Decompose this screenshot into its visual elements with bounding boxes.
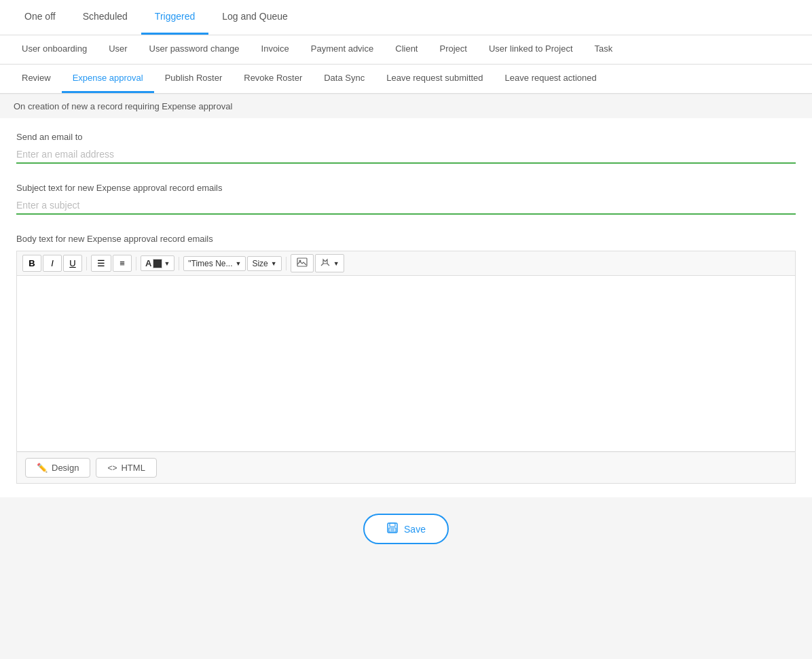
- design-mode-button[interactable]: ✏️ Design: [25, 458, 90, 478]
- font-color-button[interactable]: A ▼: [141, 255, 174, 271]
- editor-footer: ✏️ Design <> HTML: [16, 452, 796, 484]
- svg-rect-4: [389, 528, 396, 532]
- tab-log-and-queue[interactable]: Log and Queue: [208, 0, 301, 35]
- html-mode-button[interactable]: <> HTML: [96, 458, 156, 478]
- tab-one-off[interactable]: One off: [11, 0, 69, 35]
- save-label: Save: [404, 524, 426, 535]
- save-icon: [386, 522, 399, 536]
- unordered-list-button[interactable]: ≡: [113, 255, 132, 272]
- subtab-invoice[interactable]: Invoice: [251, 35, 300, 64]
- email-label: Send an email to: [16, 132, 796, 142]
- font-name-dropdown[interactable]: "Times Ne... ▼: [183, 256, 246, 271]
- color-chevron-icon: ▼: [164, 260, 170, 267]
- subtab-user-password-change[interactable]: User password change: [139, 35, 251, 64]
- merge-dropdown[interactable]: ▼: [315, 254, 344, 272]
- font-size-dropdown[interactable]: Size ▼: [247, 256, 281, 271]
- subtab-payment-advice[interactable]: Payment advice: [300, 35, 385, 64]
- separator-1: [86, 257, 87, 270]
- subtab-user[interactable]: User: [98, 35, 138, 64]
- font-size-label: Size: [252, 259, 267, 268]
- font-name-chevron-icon: ▼: [235, 260, 241, 267]
- email-field-group: Send an email to: [16, 132, 796, 164]
- svg-rect-0: [297, 258, 307, 266]
- separator-4: [286, 257, 287, 270]
- page-footer: Save: [0, 497, 812, 560]
- editor-toolbar: B I U ☰ ≡ A ▼ "Times Ne... ▼ Size: [16, 251, 796, 275]
- subtab-task[interactable]: Task: [584, 35, 624, 64]
- body-editor-section: Body text for new Expense approval recor…: [16, 234, 796, 484]
- subject-input[interactable]: [16, 197, 796, 215]
- separator-3: [179, 257, 179, 270]
- subtab-user-linked-to-project[interactable]: User linked to Project: [478, 35, 584, 64]
- underline-button[interactable]: U: [63, 255, 82, 272]
- html-icon: <>: [107, 463, 117, 473]
- body-label: Body text for new Expense approval recor…: [16, 234, 796, 244]
- subtab-user-onboarding[interactable]: User onboarding: [11, 35, 98, 64]
- subtab-expense-approval[interactable]: Expense approval: [62, 65, 154, 93]
- subtab-revoke-roster[interactable]: Revoke Roster: [233, 65, 313, 93]
- tab-scheduled[interactable]: Scheduled: [69, 0, 141, 35]
- subtab-data-sync[interactable]: Data Sync: [313, 65, 375, 93]
- top-tab-bar: One off Scheduled Triggered Log and Queu…: [0, 0, 812, 35]
- description-text: On creation of new a record requiring Ex…: [14, 101, 232, 111]
- merge-icon: [320, 257, 331, 270]
- sub-tab-bar-row2: Review Expense approval Publish Roster R…: [0, 65, 812, 94]
- subtab-leave-request-submitted[interactable]: Leave request submitted: [375, 65, 494, 93]
- ordered-list-icon: ☰: [97, 258, 105, 268]
- merge-chevron-icon: ▼: [333, 260, 339, 267]
- color-swatch: [153, 259, 162, 268]
- subtab-review[interactable]: Review: [11, 65, 62, 93]
- main-content: Send an email to Subject text for new Ex…: [0, 118, 812, 497]
- font-name-label: "Times Ne...: [188, 259, 232, 268]
- font-color-icon: A: [145, 258, 151, 268]
- tab-triggered[interactable]: Triggered: [141, 0, 208, 35]
- subject-label: Subject text for new Expense approval re…: [16, 183, 796, 193]
- subtab-project[interactable]: Project: [429, 35, 478, 64]
- sub-tab-bar-row1: User onboarding User User password chang…: [0, 35, 812, 65]
- email-input[interactable]: [16, 146, 796, 164]
- design-label: Design: [52, 463, 79, 473]
- subtab-leave-request-actioned[interactable]: Leave request actioned: [494, 65, 608, 93]
- image-button[interactable]: [291, 254, 314, 272]
- image-icon: [297, 259, 308, 269]
- save-button[interactable]: Save: [363, 514, 449, 544]
- unordered-list-icon: ≡: [119, 258, 125, 268]
- design-icon: ✏️: [37, 463, 48, 473]
- description-bar: On creation of new a record requiring Ex…: [0, 94, 812, 118]
- italic-button[interactable]: I: [43, 255, 62, 272]
- subtab-client[interactable]: Client: [384, 35, 428, 64]
- separator-2: [136, 257, 136, 270]
- font-size-chevron-icon: ▼: [271, 260, 277, 267]
- bold-button[interactable]: B: [22, 255, 41, 272]
- subject-field-group: Subject text for new Expense approval re…: [16, 183, 796, 215]
- editor-body[interactable]: [16, 275, 796, 452]
- ordered-list-button[interactable]: ☰: [91, 255, 111, 272]
- subtab-publish-roster[interactable]: Publish Roster: [154, 65, 234, 93]
- html-label: HTML: [121, 463, 145, 473]
